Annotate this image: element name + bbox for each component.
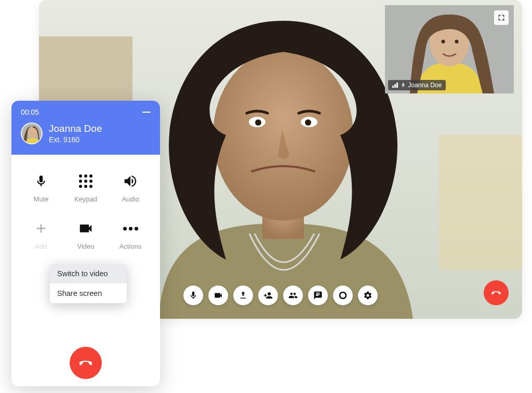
toolbar-chat-button[interactable] — [308, 286, 328, 305]
expand-icon — [497, 13, 506, 22]
chat-icon — [313, 291, 323, 300]
svg-point-12 — [455, 40, 459, 44]
video-label: Video — [77, 242, 94, 250]
actions-label: Actions — [119, 242, 142, 250]
toolbar-mic-button[interactable] — [183, 286, 203, 305]
keypad-button[interactable]: Keypad — [63, 173, 108, 203]
video-icon — [78, 221, 94, 236]
mute-label: Mute — [34, 195, 49, 203]
toolbar-record-button[interactable] — [333, 286, 353, 305]
pip-name-badge: Joanna Doe — [388, 80, 446, 90]
add-participant-icon — [263, 291, 273, 300]
video-icon — [214, 291, 223, 300]
pip-self-video: Joanna Doe — [385, 5, 514, 93]
pip-expand-button[interactable] — [494, 10, 509, 25]
microphone-icon — [189, 291, 198, 300]
panel-header: 00:05 Joanna Doe Ext. 9160 — [11, 101, 160, 155]
gear-icon — [363, 291, 373, 300]
call-controls-grid: Mute Keypad Audio Add Video Actions — [11, 155, 160, 255]
svg-point-8 — [305, 119, 311, 126]
svg-point-11 — [442, 40, 445, 44]
keypad-label: Keypad — [74, 195, 97, 203]
add-label: Add — [35, 242, 47, 250]
keypad-icon — [79, 174, 92, 188]
caller-avatar — [21, 123, 43, 144]
more-icon — [123, 227, 138, 231]
caller-name: Joanna Doe — [49, 123, 102, 134]
svg-point-7 — [255, 119, 261, 126]
share-icon — [238, 291, 248, 300]
signal-bars-icon — [392, 83, 398, 88]
audio-label: Audio — [122, 195, 139, 203]
microphone-icon — [401, 83, 406, 88]
minimize-button[interactable] — [142, 112, 151, 113]
toolbar-share-button[interactable] — [233, 286, 253, 305]
plus-icon — [34, 221, 48, 236]
svg-point-13 — [340, 292, 346, 299]
hangup-icon — [490, 287, 502, 299]
add-button: Add — [19, 221, 63, 250]
speaker-icon — [123, 173, 138, 189]
audio-button[interactable]: Audio — [108, 173, 153, 203]
popover-switch-to-video[interactable]: Switch to video — [50, 264, 127, 283]
toolbar-video-button[interactable] — [208, 286, 228, 305]
video-button[interactable]: Video — [63, 221, 108, 250]
actions-popover: Switch to video Share screen — [50, 264, 127, 303]
toolbar-participants-button[interactable] — [283, 286, 303, 305]
toolbar-add-participant-button[interactable] — [258, 286, 278, 305]
svg-rect-2 — [439, 135, 522, 270]
panel-hangup-button[interactable] — [70, 347, 102, 379]
main-hangup-button[interactable] — [484, 280, 509, 305]
popover-share-screen[interactable]: Share screen — [50, 283, 127, 303]
participants-icon — [288, 291, 298, 300]
hangup-icon — [77, 354, 95, 372]
microphone-icon — [34, 173, 48, 189]
pip-participant-name: Joanna Doe — [408, 82, 442, 89]
actions-button[interactable]: Actions — [108, 221, 153, 250]
record-icon — [338, 291, 348, 300]
mute-button[interactable]: Mute — [19, 173, 63, 203]
call-timer: 00:05 — [21, 108, 39, 116]
caller-info: Joanna Doe Ext. 9160 — [21, 123, 151, 144]
call-panel: 00:05 Joanna Doe Ext. 9160 Mute Keypad A… — [11, 101, 160, 386]
caller-extension: Ext. 9160 — [49, 135, 102, 144]
svg-rect-1 — [39, 36, 132, 104]
toolbar-settings-button[interactable] — [358, 286, 378, 305]
